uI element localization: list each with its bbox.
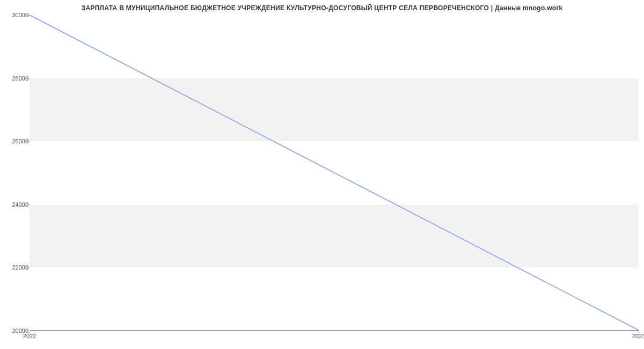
y-tick-label: 28000 bbox=[4, 75, 28, 82]
plot-area bbox=[30, 15, 639, 331]
y-tick-label: 22000 bbox=[4, 264, 28, 271]
chart-container: ЗАРПЛАТА В МУНИЦИПАЛЬНОЕ БЮДЖЕТНОЕ УЧРЕЖ… bbox=[0, 0, 644, 349]
y-tick-label: 26000 bbox=[4, 138, 28, 144]
y-tick-label: 30000 bbox=[4, 12, 28, 18]
y-tick-label: 24000 bbox=[4, 201, 28, 208]
x-tick-label: 2022 bbox=[23, 333, 36, 339]
series-line bbox=[30, 15, 639, 330]
line-series-layer bbox=[30, 15, 639, 330]
chart-title: ЗАРПЛАТА В МУНИЦИПАЛЬНОЕ БЮДЖЕТНОЕ УЧРЕЖ… bbox=[0, 4, 644, 12]
x-tick-label: 2023 bbox=[632, 333, 644, 339]
